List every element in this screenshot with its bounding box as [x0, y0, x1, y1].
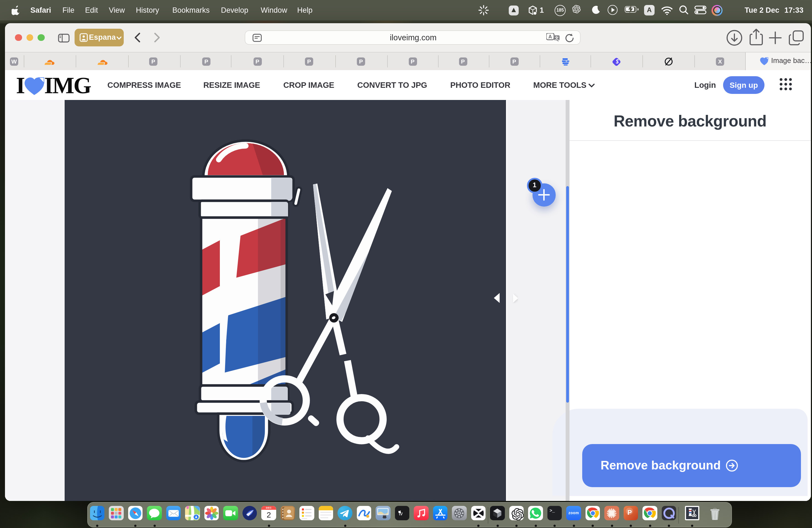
svg-text:文: 文 [555, 35, 559, 40]
svg-text:A: A [549, 34, 552, 40]
